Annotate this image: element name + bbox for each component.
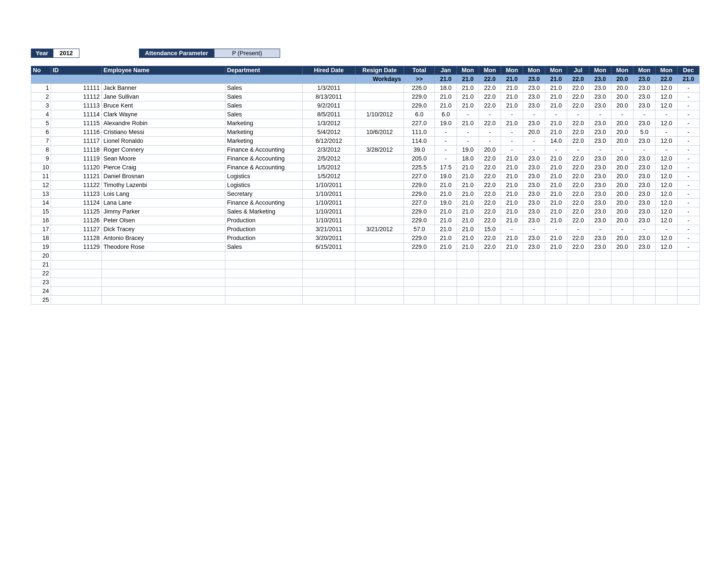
cell-resign[interactable] (355, 181, 404, 190)
cell-hired[interactable]: 3/21/2011 (302, 225, 355, 234)
cell-month[interactable]: 19.0 (435, 172, 457, 181)
cell-month[interactable]: - (655, 225, 677, 234)
cell-empty[interactable] (355, 287, 404, 296)
cell-empty[interactable] (102, 269, 225, 278)
cell-month[interactable]: 21.0 (457, 234, 479, 242)
cell-empty[interactable] (655, 251, 677, 260)
cell-hired[interactable]: 2/3/2012 (302, 145, 355, 154)
cell-hired[interactable]: 1/3/2012 (302, 119, 355, 128)
cell-no[interactable]: 21 (31, 260, 51, 269)
cell-month[interactable]: - (677, 234, 700, 242)
cell-hired[interactable]: 8/5/2011 (302, 110, 355, 119)
cell-month[interactable]: 21.0 (501, 181, 523, 190)
cell-month[interactable]: 21.0 (545, 163, 567, 172)
cell-month[interactable]: 22.0 (567, 128, 589, 137)
cell-empty[interactable] (479, 251, 501, 260)
cell-month[interactable]: 21.0 (501, 84, 523, 92)
cell-hired[interactable]: 6/15/2011 (302, 242, 355, 251)
cell-no[interactable]: 12 (31, 181, 51, 190)
cell-empty[interactable] (102, 260, 225, 269)
cell-empty[interactable] (225, 251, 302, 260)
cell-month[interactable]: - (501, 128, 523, 137)
table-row[interactable]: 1811128Antonio BraceyProduction3/20/2011… (31, 234, 700, 242)
cell-month[interactable]: - (677, 154, 700, 163)
cell-empty[interactable] (225, 287, 302, 296)
cell-empty[interactable] (633, 251, 655, 260)
table-row[interactable]: 311113Bruce KentSales9/2/2011229.021.021… (31, 101, 700, 110)
cell-month[interactable]: 21.0 (457, 119, 479, 128)
cell-dept[interactable]: Sales (225, 242, 302, 251)
cell-name[interactable]: Peter Olsen (102, 216, 225, 225)
cell-name[interactable]: Alexandre Robin (102, 119, 225, 128)
cell-month[interactable]: 23.0 (633, 119, 655, 128)
cell-empty[interactable] (677, 296, 700, 305)
cell-month[interactable]: 23.0 (523, 154, 545, 163)
cell-month[interactable]: 23.0 (633, 207, 655, 216)
cell-month[interactable]: 20.0 (611, 216, 633, 225)
table-row-empty[interactable]: 24 (31, 287, 700, 296)
cell-month[interactable]: 23.0 (633, 101, 655, 110)
cell-total[interactable]: 57.0 (404, 225, 435, 234)
cell-name[interactable]: Lionel Ronaldo (102, 137, 225, 145)
cell-month[interactable]: 23.0 (633, 242, 655, 251)
cell-month[interactable]: 23.0 (633, 92, 655, 101)
cell-empty[interactable] (633, 296, 655, 305)
cell-id[interactable]: 11113 (51, 101, 102, 110)
table-row[interactable]: 1911129Theodore RoseSales6/15/2011229.02… (31, 242, 700, 251)
cell-total[interactable]: 226.0 (404, 84, 435, 92)
cell-empty[interactable] (457, 251, 479, 260)
cell-month[interactable]: 22.0 (479, 154, 501, 163)
cell-resign[interactable] (355, 216, 404, 225)
cell-month[interactable]: 21.0 (501, 207, 523, 216)
cell-empty[interactable] (655, 278, 677, 287)
cell-month[interactable]: 21.0 (545, 234, 567, 242)
cell-hired[interactable]: 8/13/2011 (302, 92, 355, 101)
cell-month[interactable]: 23.0 (523, 92, 545, 101)
cell-empty[interactable] (479, 260, 501, 269)
cell-month[interactable]: 21.0 (501, 242, 523, 251)
cell-name[interactable]: Sean Moore (102, 154, 225, 163)
cell-no[interactable]: 23 (31, 278, 51, 287)
cell-name[interactable]: Dick Tracey (102, 225, 225, 234)
cell-month[interactable]: - (435, 154, 457, 163)
cell-no[interactable]: 5 (31, 119, 51, 128)
cell-hired[interactable]: 9/2/2011 (302, 101, 355, 110)
cell-month[interactable]: 22.0 (479, 207, 501, 216)
cell-id[interactable]: 11129 (51, 242, 102, 251)
cell-name[interactable]: Jack Banner (102, 84, 225, 92)
cell-month[interactable]: 23.0 (523, 242, 545, 251)
table-row[interactable]: 811118Roger ConneryFinance & Accounting2… (31, 145, 700, 154)
cell-empty[interactable] (404, 251, 435, 260)
cell-month[interactable]: - (677, 172, 700, 181)
cell-total[interactable]: 229.0 (404, 207, 435, 216)
cell-month[interactable]: 22.0 (567, 163, 589, 172)
cell-month[interactable]: 21.0 (545, 242, 567, 251)
cell-id[interactable]: 11128 (51, 234, 102, 242)
cell-month[interactable]: 23.0 (523, 163, 545, 172)
cell-month[interactable]: 12.0 (655, 163, 677, 172)
cell-month[interactable]: - (523, 110, 545, 119)
cell-hired[interactable]: 2/5/2012 (302, 154, 355, 163)
cell-month[interactable]: 23.0 (633, 190, 655, 198)
cell-no[interactable]: 20 (31, 251, 51, 260)
cell-month[interactable]: 22.0 (567, 84, 589, 92)
cell-empty[interactable] (225, 269, 302, 278)
cell-empty[interactable] (655, 260, 677, 269)
cell-month[interactable]: 21.0 (545, 207, 567, 216)
cell-month[interactable]: 21.0 (501, 216, 523, 225)
cell-resign[interactable] (355, 84, 404, 92)
cell-month[interactable]: - (501, 137, 523, 145)
cell-month[interactable]: - (567, 225, 589, 234)
cell-empty[interactable] (611, 296, 633, 305)
cell-month[interactable]: 21.0 (501, 172, 523, 181)
cell-resign[interactable] (355, 163, 404, 172)
cell-empty[interactable] (457, 269, 479, 278)
cell-hired[interactable]: 6/12/2012 (302, 137, 355, 145)
cell-month[interactable]: 23.0 (589, 242, 611, 251)
cell-no[interactable]: 8 (31, 145, 51, 154)
cell-month[interactable]: - (479, 128, 501, 137)
cell-month[interactable]: 22.0 (479, 101, 501, 110)
cell-empty[interactable] (302, 251, 355, 260)
cell-month[interactable]: 20.0 (611, 154, 633, 163)
cell-month[interactable]: 21.0 (545, 128, 567, 137)
